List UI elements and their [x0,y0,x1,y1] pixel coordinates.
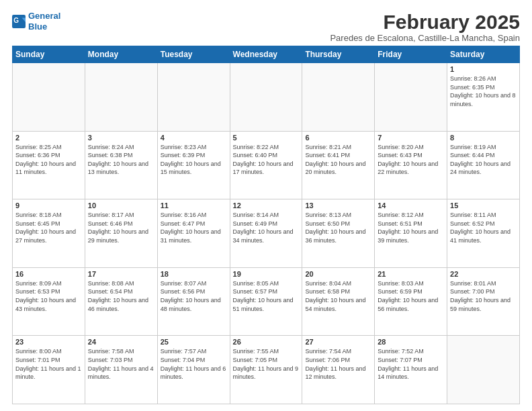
day-info: Sunrise: 8:05 AM Sunset: 6:57 PM Dayligh… [233,279,300,313]
day-info: Sunrise: 8:24 AM Sunset: 6:38 PM Dayligh… [88,143,154,177]
day-info: Sunrise: 8:04 AM Sunset: 6:58 PM Dayligh… [305,279,371,313]
day-info: Sunrise: 8:11 AM Sunset: 6:52 PM Dayligh… [450,211,517,244]
calendar-cell: 20Sunrise: 8:04 AM Sunset: 6:58 PM Dayli… [302,267,375,336]
day-info: Sunrise: 8:16 AM Sunset: 6:47 PM Dayligh… [161,211,227,244]
day-number: 22 [450,270,517,278]
day-info: Sunrise: 8:14 AM Sunset: 6:49 PM Dayligh… [233,211,300,244]
header-sunday: Sunday [13,46,85,63]
header-monday: Monday [85,46,157,63]
calendar-cell: 2Sunrise: 8:25 AM Sunset: 6:36 PM Daylig… [13,131,85,199]
day-number: 3 [88,134,154,142]
calendar-week-1: 1Sunrise: 8:26 AM Sunset: 6:35 PM Daylig… [13,63,520,132]
calendar-cell: 12Sunrise: 8:14 AM Sunset: 6:49 PM Dayli… [230,199,302,268]
day-info: Sunrise: 8:22 AM Sunset: 6:40 PM Dayligh… [233,143,300,177]
logo: G General Blue [12,11,60,32]
day-number: 9 [15,201,82,210]
day-number: 24 [88,338,154,346]
calendar-cell: 27Sunrise: 7:54 AM Sunset: 7:06 PM Dayli… [302,336,375,404]
calendar-cell [85,63,157,132]
day-info: Sunrise: 8:13 AM Sunset: 6:50 PM Dayligh… [305,211,371,244]
day-info: Sunrise: 8:23 AM Sunset: 6:39 PM Dayligh… [161,143,227,177]
day-info: Sunrise: 8:09 AM Sunset: 6:53 PM Dayligh… [15,279,82,313]
calendar-cell: 5Sunrise: 8:22 AM Sunset: 6:40 PM Daylig… [230,131,302,199]
day-number: 14 [378,201,444,210]
day-number: 21 [378,270,444,278]
day-info: Sunrise: 8:21 AM Sunset: 6:41 PM Dayligh… [305,143,371,177]
calendar-cell: 25Sunrise: 7:57 AM Sunset: 7:04 PM Dayli… [157,336,230,404]
day-number: 27 [305,338,371,346]
calendar-cell: 16Sunrise: 8:09 AM Sunset: 6:53 PM Dayli… [13,267,85,336]
svg-text:G: G [13,17,19,24]
calendar-cell: 26Sunrise: 7:55 AM Sunset: 7:05 PM Dayli… [230,336,302,404]
calendar-cell: 21Sunrise: 8:03 AM Sunset: 6:59 PM Dayli… [375,267,447,336]
logo-general: General [28,11,60,21]
day-info: Sunrise: 7:55 AM Sunset: 7:05 PM Dayligh… [233,347,300,381]
day-info: Sunrise: 8:25 AM Sunset: 6:36 PM Dayligh… [15,143,82,177]
day-number: 19 [233,270,300,278]
calendar-week-3: 9Sunrise: 8:18 AM Sunset: 6:45 PM Daylig… [13,199,520,268]
header-saturday: Saturday [447,46,520,63]
day-info: Sunrise: 8:00 AM Sunset: 7:01 PM Dayligh… [15,347,82,381]
calendar-cell [157,63,230,132]
header-wednesday: Wednesday [230,46,302,63]
calendar-cell: 19Sunrise: 8:05 AM Sunset: 6:57 PM Dayli… [230,267,302,336]
day-info: Sunrise: 8:08 AM Sunset: 6:54 PM Dayligh… [88,279,154,313]
day-number: 12 [233,201,300,210]
calendar-cell: 7Sunrise: 8:20 AM Sunset: 6:43 PM Daylig… [375,131,447,199]
calendar-week-4: 16Sunrise: 8:09 AM Sunset: 6:53 PM Dayli… [13,267,520,336]
day-info: Sunrise: 8:03 AM Sunset: 6:59 PM Dayligh… [378,279,444,313]
day-info: Sunrise: 8:18 AM Sunset: 6:45 PM Dayligh… [15,211,82,244]
calendar-cell [447,336,520,404]
day-number: 5 [233,134,300,142]
calendar-cell [13,63,85,132]
calendar-cell: 4Sunrise: 8:23 AM Sunset: 6:39 PM Daylig… [157,131,230,199]
day-number: 26 [233,338,300,346]
calendar-cell: 6Sunrise: 8:21 AM Sunset: 6:41 PM Daylig… [302,131,375,199]
calendar-cell: 11Sunrise: 8:16 AM Sunset: 6:47 PM Dayli… [157,199,230,268]
day-number: 10 [88,201,154,210]
day-number: 20 [305,270,371,278]
header-thursday: Thursday [302,46,375,63]
header-tuesday: Tuesday [157,46,230,63]
day-info: Sunrise: 8:07 AM Sunset: 6:56 PM Dayligh… [161,279,227,313]
day-number: 7 [378,134,444,142]
calendar-cell: 22Sunrise: 8:01 AM Sunset: 7:00 PM Dayli… [447,267,520,336]
calendar-cell: 23Sunrise: 8:00 AM Sunset: 7:01 PM Dayli… [13,336,85,404]
day-info: Sunrise: 8:26 AM Sunset: 6:35 PM Dayligh… [450,75,517,108]
day-number: 1 [450,65,517,73]
calendar-week-5: 23Sunrise: 8:00 AM Sunset: 7:01 PM Dayli… [13,336,520,404]
day-info: Sunrise: 7:57 AM Sunset: 7:04 PM Dayligh… [161,347,227,381]
calendar-week-2: 2Sunrise: 8:25 AM Sunset: 6:36 PM Daylig… [13,131,520,199]
day-number: 16 [15,270,82,278]
day-number: 11 [161,201,227,210]
calendar-cell: 3Sunrise: 8:24 AM Sunset: 6:38 PM Daylig… [85,131,157,199]
day-info: Sunrise: 7:54 AM Sunset: 7:06 PM Dayligh… [305,347,371,381]
day-number: 15 [450,201,517,210]
calendar-cell: 28Sunrise: 7:52 AM Sunset: 7:07 PM Dayli… [375,336,447,404]
location-subtitle: Paredes de Escalona, Castille-La Mancha,… [330,33,520,43]
calendar-cell: 14Sunrise: 8:12 AM Sunset: 6:51 PM Dayli… [375,199,447,268]
day-number: 25 [161,338,227,346]
day-number: 2 [15,134,82,142]
day-info: Sunrise: 8:01 AM Sunset: 7:00 PM Dayligh… [450,279,517,313]
day-number: 17 [88,270,154,278]
day-info: Sunrise: 7:52 AM Sunset: 7:07 PM Dayligh… [378,347,444,381]
day-info: Sunrise: 8:19 AM Sunset: 6:44 PM Dayligh… [450,143,517,177]
day-number: 18 [161,270,227,278]
day-number: 4 [161,134,227,142]
calendar-cell: 15Sunrise: 8:11 AM Sunset: 6:52 PM Dayli… [447,199,520,268]
day-number: 23 [15,338,82,346]
month-title: February 2025 [330,11,520,33]
calendar-cell: 1Sunrise: 8:26 AM Sunset: 6:35 PM Daylig… [447,63,520,132]
logo-blue: Blue [28,21,47,32]
calendar-cell: 17Sunrise: 8:08 AM Sunset: 6:54 PM Dayli… [85,267,157,336]
calendar-cell [375,63,447,132]
day-number: 8 [450,134,517,142]
calendar-cell: 10Sunrise: 8:17 AM Sunset: 6:46 PM Dayli… [85,199,157,268]
calendar-cell [230,63,302,132]
calendar: SundayMondayTuesdayWednesdayThursdayFrid… [12,46,520,404]
header-friday: Friday [375,46,447,63]
calendar-cell: 13Sunrise: 8:13 AM Sunset: 6:50 PM Dayli… [302,199,375,268]
day-info: Sunrise: 8:12 AM Sunset: 6:51 PM Dayligh… [378,211,444,244]
title-block: February 2025 Paredes de Escalona, Casti… [330,11,520,43]
